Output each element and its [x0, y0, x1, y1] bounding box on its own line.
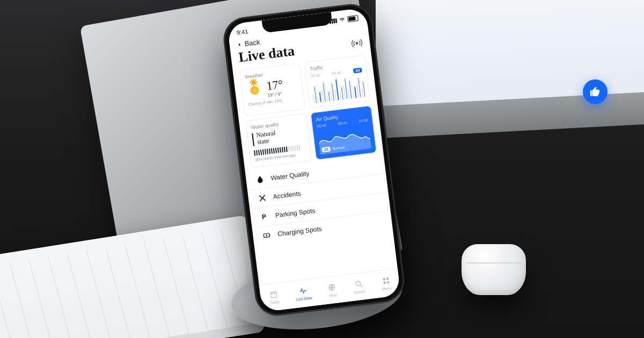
traffic-bar-chart — [311, 74, 365, 103]
tab-label: Live Data — [296, 296, 312, 302]
water-drop-icon — [255, 175, 265, 185]
tab-label: Today — [269, 300, 280, 305]
menu-item-label: Charging Spots — [277, 225, 322, 238]
menu-list: Water QualityAccidentsPParking SpotsChar… — [245, 155, 393, 246]
status-time: 9:41 — [236, 28, 248, 36]
svg-rect-4 — [270, 292, 277, 298]
svg-rect-10 — [387, 281, 389, 283]
globe-icon — [327, 283, 337, 293]
water-quality-card[interactable]: Water quality Naturalstate 30% better th… — [245, 113, 312, 168]
traffic-badge: 43 — [353, 68, 362, 74]
tab-search[interactable]: Search — [352, 279, 365, 295]
wifi-icon — [339, 17, 346, 22]
air-quality-status: Normal — [332, 145, 345, 151]
svg-point-6 — [355, 281, 360, 286]
keyboard — [0, 215, 265, 338]
battery-icon — [347, 15, 358, 22]
pulse-icon — [298, 286, 308, 296]
parking-icon: P — [260, 212, 269, 222]
svg-point-0 — [356, 42, 358, 45]
air-quality-area-chart: 23 Normal — [317, 123, 371, 155]
menu-item-label: Water Quality — [270, 170, 310, 182]
accident-icon — [258, 193, 267, 203]
water-quality-status: Naturalstate — [256, 129, 277, 145]
weather-temp: 17° — [266, 77, 284, 93]
svg-rect-8 — [386, 277, 389, 280]
tab-live-data[interactable]: Live Data — [295, 286, 312, 302]
tab-label: Menu — [382, 286, 392, 291]
broadcast-icon[interactable] — [351, 37, 363, 49]
svg-rect-7 — [383, 278, 385, 280]
grid-icon — [381, 276, 391, 286]
thumbs-up-icon — [589, 86, 601, 98]
airpods-case — [462, 244, 526, 295]
back-label: Back — [244, 38, 261, 48]
weather-card[interactable]: Weather — [239, 63, 306, 116]
indicator-bar-icon — [252, 134, 254, 146]
tab-label: Map — [329, 293, 336, 298]
tab-map[interactable]: Map — [327, 283, 338, 298]
air-quality-card[interactable]: Air Quality 06:40 08:40 10:40 23 N — [310, 105, 377, 160]
tab-label: Search — [354, 289, 366, 295]
phone-screen: 9:41 Back Live data Weather — [227, 8, 401, 312]
menu-item-label: Parking Spots — [275, 207, 316, 219]
chevron-left-icon — [236, 41, 243, 48]
calendar-icon — [269, 290, 279, 300]
traffic-card[interactable]: Traffic 06:40 08:40 43 — [304, 55, 371, 108]
desk-scene: Baseus 9:41 Back Live data — [0, 0, 644, 338]
charging-icon — [262, 231, 272, 240]
cards-grid: Weather — [233, 54, 383, 169]
tab-today[interactable]: Today — [268, 290, 280, 305]
tab-menu[interactable]: Menu — [380, 276, 392, 291]
svg-rect-9 — [383, 282, 385, 284]
status-indicators — [329, 15, 358, 24]
svg-text:P: P — [261, 213, 267, 221]
air-quality-value: 23 — [321, 146, 331, 152]
search-icon — [354, 280, 363, 290]
thumbs-up-badge[interactable] — [583, 79, 608, 104]
sun-icon — [246, 81, 264, 99]
menu-item-label: Accidents — [273, 190, 301, 201]
